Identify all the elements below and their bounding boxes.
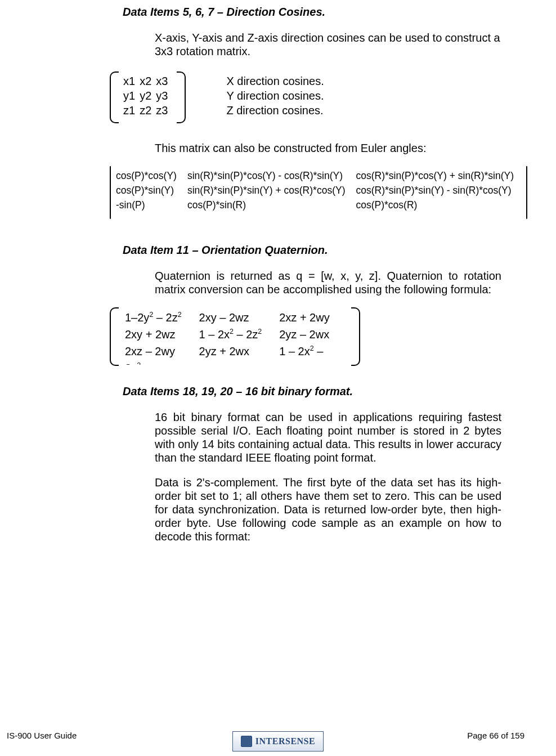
logo-icon (241, 736, 252, 747)
body-11: Quaternion is returned as q = [w, x, y, … (155, 269, 501, 296)
e-cell: cos(P)*cos(R) (355, 199, 523, 212)
page-footer: IS-900 User Guide Page 66 of 159 INTERSE… (0, 731, 556, 740)
e-cell: sin(R)*sin(P)*sin(Y) + cos(R)*cos(Y) (187, 184, 355, 198)
m-cell: z1 (123, 103, 140, 118)
footer-left: IS-900 User Guide (7, 731, 77, 740)
q-cell: 2y2 (124, 360, 198, 365)
e-cell: cos(R)*sin(P)*cos(Y) + sin(R)*sin(Y) (355, 169, 523, 183)
euler-matrix-block: cos(P)*cos(Y) sin(R)*sin(P)*cos(Y) - cos… (110, 166, 525, 221)
intersense-logo: INTERSENSE (232, 731, 324, 751)
m-cell: x2 (140, 74, 156, 88)
body-181920-2: Data is 2's-complement. The first byte o… (155, 476, 501, 543)
m-cell: z3 (156, 103, 172, 118)
e-cell: cos(P)*sin(Y) (115, 184, 186, 198)
quaternion-matrix: 1–2y2 – 2z2 2xy – 2wz 2xz + 2wy 2xy + 2w… (119, 307, 351, 365)
m-cell: x3 (156, 74, 172, 88)
body-181920-1: 16 bit binary format can be used in appl… (155, 410, 501, 464)
q-cell: 1 – 2x2 – (279, 343, 345, 359)
m-cell: z2 (140, 103, 156, 118)
e-cell: cos(R)*sin(P)*sin(Y) - sin(R)*cos(Y) (355, 184, 523, 198)
m-cell: y2 (140, 88, 156, 103)
footer-right: Page 66 of 159 (467, 731, 524, 740)
q-cell: 2yz + 2wx (199, 343, 278, 359)
m-cell: y3 (156, 88, 172, 103)
q-cell: 2yz – 2wx (279, 326, 345, 342)
label-x: X direction cosines. (226, 74, 324, 88)
q-cell: 1 – 2x2 – 2z2 (199, 326, 278, 342)
m-cell: y1 (123, 88, 140, 103)
logo-text: INTERSENSE (255, 736, 315, 746)
q-cell: 2xy – 2wz (199, 310, 278, 325)
e-cell: cos(P)*cos(Y) (115, 169, 186, 183)
section-title-567: Data Items 5, 6, 7 – Direction Cosines. (123, 6, 525, 19)
body-567-1: X-axis, Y-axis and Z-axis direction cosi… (155, 31, 501, 58)
quaternion-matrix-block: 1–2y2 – 2z2 2xy – 2wz 2xz + 2wy 2xy + 2w… (110, 307, 525, 366)
cosine-labels: X direction cosines. Y direction cosines… (226, 71, 324, 118)
m-cell: x1 (123, 74, 140, 88)
q-cell: 2xz – 2wy (124, 343, 198, 359)
direction-cosine-matrix-block: x1 x2 x3 y1 y2 y3 z1 z2 z3 X direction c… (110, 71, 525, 123)
q-cell: 2xz + 2wy (279, 310, 345, 325)
e-cell: cos(P)*sin(R) (187, 199, 355, 212)
label-y: Y direction cosines. (226, 88, 324, 103)
e-cell: -sin(P) (115, 199, 186, 212)
euler-matrix: cos(P)*cos(Y) sin(R)*sin(P)*cos(Y) - cos… (111, 166, 526, 221)
direction-cosine-matrix: x1 x2 x3 y1 y2 y3 z1 z2 z3 (119, 71, 177, 120)
section-title-11: Data Item 11 – Orientation Quaternion. (123, 244, 525, 257)
section-title-181920: Data Items 18, 19, 20 – 16 bit binary fo… (123, 385, 525, 398)
q-cell: 1–2y2 – 2z2 (124, 310, 198, 325)
e-cell: sin(R)*sin(P)*cos(Y) - cos(R)*sin(Y) (187, 169, 355, 183)
q-cell: 2xy + 2wz (124, 326, 198, 342)
label-z: Z direction cosines. (226, 103, 324, 118)
body-567-2: This matrix can also be constructed from… (155, 141, 501, 155)
